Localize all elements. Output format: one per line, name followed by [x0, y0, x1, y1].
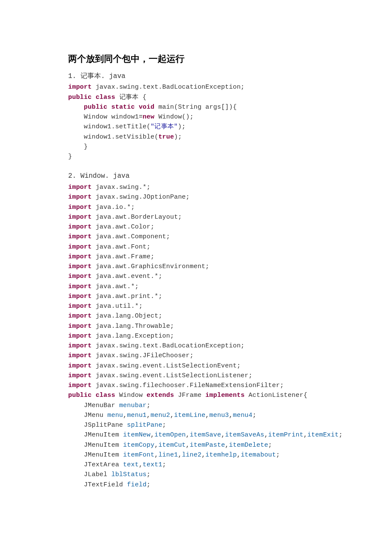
code-line: import java.awt.Component;	[68, 232, 324, 242]
code-line: JLabel lblStatus;	[68, 470, 324, 480]
code-line: import javax.swing.event.ListSelectionLi…	[68, 371, 324, 381]
code-line: JMenuItem itemCopy,itemCut,itemPaste,ite…	[68, 440, 324, 450]
code-line: import java.util.*;	[68, 301, 324, 311]
code-line: import java.lang.Throwable;	[68, 321, 324, 331]
code-line: window1.setTitle("记事本");	[68, 122, 324, 132]
code-line: import java.io.*;	[68, 202, 324, 212]
code-line: JMenuItem itemFont,line1,line2,itemhelp,…	[68, 450, 324, 460]
code-line: import java.awt.GraphicsEnvironment;	[68, 262, 324, 272]
code-line: }	[68, 142, 324, 152]
code-line: import java.awt.print.*;	[68, 292, 324, 301]
code-line: import java.awt.*;	[68, 282, 324, 292]
code-line: JTextField field;	[68, 480, 324, 490]
code-line: JMenuItem itemNew,itemOpen,itemSave,item…	[68, 430, 324, 440]
code-line: import javax.swing.text.BadLocationExcep…	[68, 82, 324, 92]
code-line: import java.lang.Exception;	[68, 331, 324, 341]
code-line: import javax.swing.JOptionPane;	[68, 192, 324, 202]
code-line: import java.awt.Font;	[68, 242, 324, 252]
code-line: import javax.swing.JFileChooser;	[68, 351, 324, 361]
code-line: import javax.swing.*;	[68, 182, 324, 192]
code-line: import javax.swing.text.BadLocationExcep…	[68, 341, 324, 351]
code-line: import javax.swing.filechooser.FileNameE…	[68, 381, 324, 390]
code-line: window1.setVisible(true);	[68, 132, 324, 142]
code-line: Window window1=new Window();	[68, 112, 324, 122]
code-line: public class 记事本 {	[68, 92, 324, 102]
section-2-heading: 2. Window. java	[68, 171, 324, 182]
code-line: public static void main(String args[]){	[68, 102, 324, 112]
page-title: 两个放到同个包中，一起运行	[68, 52, 324, 66]
code-block-1: import javax.swing.text.BadLocationExcep…	[68, 82, 324, 162]
code-line: JMenu menu,menu1,menu2,itemLine,menu3,me…	[68, 410, 324, 420]
code-line: JSplitPane splitPane;	[68, 420, 324, 430]
code-line: import java.awt.BorderLayout;	[68, 212, 324, 222]
code-line: public class Window extends JFrame imple…	[68, 390, 324, 400]
section-1-heading: 1. 记事本. java	[68, 71, 324, 82]
code-line: import java.lang.Object;	[68, 311, 324, 321]
code-line: import java.awt.event.*;	[68, 272, 324, 281]
code-line: import java.awt.Color;	[68, 222, 324, 232]
code-block-2: import javax.swing.*;import javax.swing.…	[68, 182, 324, 490]
code-line: import java.awt.Frame;	[68, 252, 324, 262]
code-line: }	[68, 152, 324, 162]
code-line: JTextArea text,text1;	[68, 460, 324, 470]
code-line: JMenuBar menubar;	[68, 401, 324, 410]
code-line: import javax.swing.event.ListSelectionEv…	[68, 361, 324, 371]
document-page: 两个放到同个包中，一起运行 1. 记事本. java import javax.…	[0, 0, 392, 555]
